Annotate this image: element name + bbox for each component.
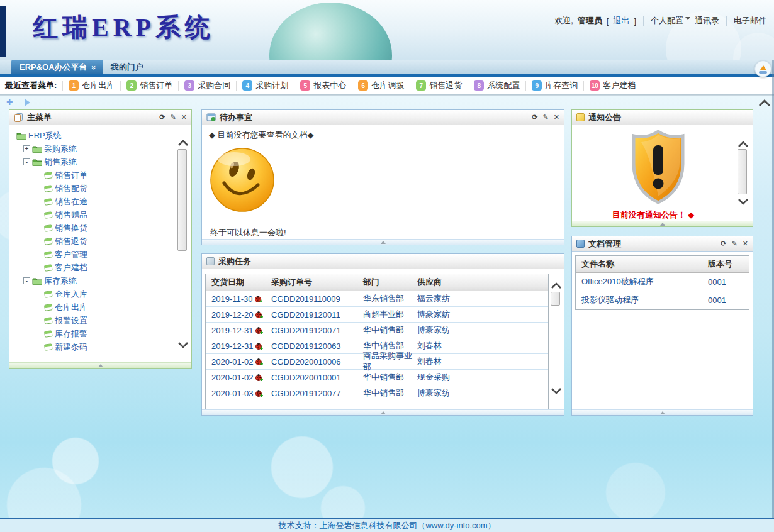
tree-node[interactable]: 仓库出库	[15, 301, 174, 314]
tree-node[interactable]: 新建条码	[15, 340, 174, 353]
divider	[643, 16, 644, 26]
tree-node[interactable]: 客户管理	[15, 248, 174, 261]
delivery-date-cell: 2019-12-20	[206, 310, 271, 319]
quick-menu-item[interactable]: 1 仓库出库	[69, 80, 115, 91]
quick-menu-item[interactable]: 7 销售退货	[416, 80, 462, 91]
folder-icon	[32, 277, 42, 285]
table-scrollbar-thumb[interactable]	[551, 292, 560, 306]
quick-menu-number-badge: 9	[532, 80, 542, 91]
purchase-row[interactable]: 2020-01-03 CGDD2019120077 华中销售部 博豪家纺	[206, 385, 548, 401]
user-toolbar: 欢迎, 管理员 [ 退出 ] 个人配置 通讯录 电子邮件	[554, 15, 766, 26]
tree-node[interactable]: 销售赠品	[15, 208, 174, 221]
tree-node[interactable]: 销售退货	[15, 235, 174, 248]
email-link[interactable]: 电子邮件	[734, 15, 766, 26]
purchase-row[interactable]: 2019-12-20 CGDD2019120011 商超事业部 博豪家纺	[206, 307, 548, 323]
bracket: [	[607, 16, 609, 26]
tree-node[interactable]: 客户建档	[15, 261, 174, 274]
tree-toggle-icon[interactable]: +	[23, 145, 30, 152]
folder-icon	[16, 131, 26, 140]
tree-scrollbar-thumb[interactable]	[177, 149, 187, 251]
panel-collapse-handle[interactable]	[572, 409, 753, 415]
purchase-row[interactable]: 2019-12-31 CGDD2019120071 华中销售部 博豪家纺	[206, 323, 548, 338]
welcome-text: 欢迎,	[554, 15, 573, 26]
department-cell: 华中销售部	[363, 387, 417, 399]
refresh-icon[interactable]: ⟳	[159, 114, 165, 121]
notice-scrollbar-thumb[interactable]	[738, 149, 747, 194]
collapse-header-button[interactable]	[754, 60, 771, 77]
quick-menu-item-label: 销售退货	[429, 80, 462, 91]
tree-toggle-icon[interactable]: -	[23, 158, 30, 165]
panel-purchase-header: 采购任务	[202, 254, 564, 269]
notice-empty-message: 目前没有通知公告！ ◆	[572, 209, 734, 221]
tree-node[interactable]: 报警设置	[15, 314, 174, 327]
tree-node[interactable]: + 采购系统	[15, 142, 174, 155]
page-scroll-up-icon[interactable]	[758, 98, 771, 109]
menu-leaf-icon	[44, 316, 53, 324]
quick-menu-number-badge: 4	[242, 80, 252, 91]
tree-node[interactable]: 库存报警	[15, 327, 174, 340]
order-number-cell: CGDD2019120011	[271, 310, 363, 319]
documents-table: 文件名称 版本号 Office2010破解程序 0001 投影仪驱动程序 000…	[575, 255, 749, 310]
quick-menu-item[interactable]: 5 报表中心	[300, 80, 346, 91]
close-icon[interactable]: ✕	[743, 240, 748, 247]
quick-menu-item[interactable]: 9 库存查询	[532, 80, 578, 91]
edit-icon[interactable]: ✎	[171, 114, 176, 121]
tree-node-root[interactable]: ERP系统	[15, 129, 174, 142]
panel-collapse-handle[interactable]	[9, 362, 191, 368]
alert-shield-image	[630, 128, 687, 209]
col-supplier: 供应商	[417, 277, 548, 288]
tree-scroll-up-icon[interactable]	[177, 138, 189, 149]
panel-collapse-handle[interactable]	[202, 239, 564, 245]
recent-menu-bar: 最近查看菜单: 1 仓库出库 2 销售订单 3 采购合同 4 采购计划	[0, 77, 774, 94]
panel-collapse-handle[interactable]	[572, 221, 753, 226]
quick-menu-item[interactable]: 3 采购合同	[184, 80, 230, 91]
refresh-icon[interactable]: ⟳	[721, 240, 726, 247]
expand-arrow-icon[interactable]	[25, 99, 30, 106]
edit-icon[interactable]: ✎	[543, 114, 549, 121]
purchase-row[interactable]: 2019-11-30 CGDD2019110009 华东销售部 福云家纺	[206, 291, 548, 307]
folder-icon	[32, 158, 42, 166]
tree-scroll-down-icon[interactable]	[177, 340, 189, 352]
tree-node[interactable]: 销售配货	[15, 182, 174, 195]
quick-menu-item[interactable]: 4 采购计划	[242, 80, 288, 91]
divider	[583, 81, 584, 91]
logout-link[interactable]: 退出	[613, 15, 629, 26]
table-scroll-down-icon[interactable]	[550, 386, 563, 397]
notice-scroll-down-icon[interactable]	[737, 197, 749, 208]
tree-node[interactable]: 销售订单	[15, 169, 174, 182]
personal-config-menu[interactable]: 个人配置	[651, 15, 690, 26]
document-row[interactable]: 投影仪驱动程序 0001	[576, 291, 749, 309]
tree-node[interactable]: 销售换货	[15, 221, 174, 235]
divider	[410, 81, 410, 91]
tree-toggle-icon[interactable]: -	[23, 277, 30, 284]
pages-icon	[14, 113, 23, 122]
tab-chevron-icon[interactable]: »	[86, 65, 100, 70]
edit-icon[interactable]: ✎	[732, 240, 738, 247]
tree-node-label: 仓库入库	[55, 289, 87, 300]
quick-menu-item[interactable]: 10 客户建档	[590, 80, 636, 91]
tab-my-portal[interactable]: 我的门户	[103, 60, 152, 74]
tree-node[interactable]: - 销售系统	[15, 155, 174, 169]
smiley-face-image	[209, 147, 276, 216]
quick-menu-item[interactable]: 8 系统配置	[474, 80, 520, 91]
tree-node[interactable]: - 库存系统	[15, 274, 174, 287]
quick-menu-item[interactable]: 6 仓库调拨	[358, 80, 404, 91]
delivery-date-cell: 2019-12-31	[206, 326, 271, 335]
contacts-link[interactable]: 通讯录	[695, 15, 719, 26]
purchase-row[interactable]: 2020-01-02 CGDD2020010006 商品采购事业部 刘春林	[206, 354, 548, 370]
quick-menu-number-badge: 10	[590, 80, 600, 91]
panel-collapse-handle[interactable]	[202, 409, 564, 415]
menu-leaf-icon	[44, 343, 53, 351]
tree-node[interactable]: 仓库入库	[15, 287, 174, 301]
document-row[interactable]: Office2010破解程序 0001	[576, 273, 749, 291]
add-portlet-icon[interactable]: +	[6, 96, 13, 109]
tree-node[interactable]: 销售在途	[15, 195, 174, 208]
delivery-date-cell: 2019-12-31	[206, 341, 271, 351]
close-icon[interactable]: ✕	[181, 114, 187, 121]
refresh-icon[interactable]: ⟳	[532, 114, 537, 121]
table-scroll-up-icon[interactable]	[550, 280, 563, 292]
quick-menu-item[interactable]: 2 销售订单	[126, 80, 172, 91]
purchase-row[interactable]: 2020-01-02 CGDD2020010001 华中销售部 现金采购	[206, 370, 548, 385]
close-icon[interactable]: ✕	[554, 114, 559, 121]
tab-erp-oa-platform[interactable]: ERP&OA办公平台»	[11, 60, 103, 74]
